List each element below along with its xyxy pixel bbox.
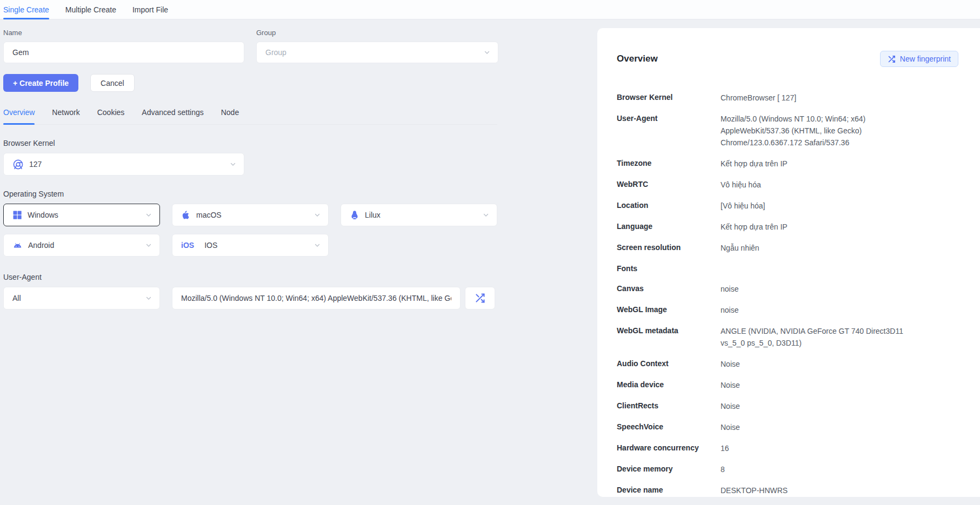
row-label: Language [617, 221, 721, 233]
os-select-windows[interactable]: Windows [3, 204, 160, 226]
shuffle-icon [888, 55, 896, 63]
row-label: Device memory [617, 463, 721, 475]
name-input[interactable] [3, 42, 244, 63]
os-select-lilux[interactable]: Lilux [341, 204, 497, 226]
group-placeholder: Group [265, 48, 286, 57]
os-option-label: Lilux [365, 211, 381, 219]
row-value: ChromeBrowser [ 127] [721, 92, 958, 104]
ua-filter-select[interactable]: All [3, 287, 160, 309]
row-value: noise [721, 283, 958, 295]
group-label: Group [256, 29, 498, 37]
browser-kernel-select[interactable]: 127 [3, 153, 244, 176]
overview-row: Device name DESKTOP-HNWRS [617, 484, 958, 496]
chevron-down-icon [314, 242, 321, 248]
os-options: Windows macOS Lilux [3, 204, 497, 257]
row-label: Canvas [617, 283, 721, 295]
group-field-group: Group Group [256, 19, 498, 63]
row-label: Screen resolution [617, 242, 721, 254]
overview-row: Fonts [617, 263, 958, 274]
os-option-label: Android [28, 241, 54, 250]
overview-panel-title: Overview [617, 53, 658, 64]
row-label: Timezone [617, 158, 721, 170]
overview-row: Hardware concurrency 16 [617, 442, 958, 454]
cancel-button[interactable]: Cancel [90, 74, 135, 92]
row-value: 8 [721, 463, 958, 475]
row-value: Kết hợp dựa trên IP [721, 158, 958, 170]
regenerate-user-agent-button[interactable] [465, 287, 495, 309]
os-select-ios[interactable]: iOS IOS [172, 234, 329, 257]
chevron-down-icon [314, 212, 321, 218]
tab-network[interactable]: Network [52, 108, 79, 124]
row-label: Audio Context [617, 358, 721, 370]
operating-system-label: Operating System [3, 190, 497, 198]
overview-row: Language Kết hợp dựa trên IP [617, 221, 958, 233]
overview-row: Screen resolution Ngẫu nhiên [617, 242, 958, 254]
tab-advanced-settings[interactable]: Advanced settings [142, 108, 203, 124]
row-value: [Vô hiệu hóa] [721, 200, 958, 212]
row-value [721, 263, 958, 274]
linux-penguin-icon [350, 210, 359, 220]
overview-row: SpeechVoice Noise [617, 421, 958, 433]
ua-filter-value: All [12, 294, 21, 302]
row-value: DESKTOP-HNWRS [721, 484, 958, 496]
chevron-down-icon [145, 242, 152, 248]
overview-row: Browser Kernel ChromeBrowser [ 127] [617, 92, 958, 104]
settings-tabbar: Overview Network Cookies Advanced settin… [3, 108, 497, 125]
row-label: WebGL metadata [617, 325, 721, 349]
overview-row: WebGL metadata ANGLE (NVIDIA, NVIDIA GeF… [617, 325, 958, 349]
os-select-macos[interactable]: macOS [172, 204, 329, 226]
chevron-down-icon [230, 161, 236, 167]
create-profile-button[interactable]: + Create Profile [3, 74, 78, 92]
os-option-label: macOS [196, 211, 222, 219]
row-label: WebRTC [617, 179, 721, 191]
chrome-icon [12, 159, 24, 170]
row-label: WebGL Image [617, 304, 721, 316]
browser-kernel-value: 127 [29, 160, 42, 169]
row-value: Noise [721, 421, 958, 433]
ios-text-icon: iOS [181, 241, 194, 250]
windows-icon [12, 210, 22, 220]
row-label: Media device [617, 379, 721, 391]
tab-node[interactable]: Node [221, 108, 239, 124]
fingerprint-overview-panel: Overview New fingerprint Browser Kernel … [597, 28, 980, 497]
overview-row: Media device Noise [617, 379, 958, 391]
shuffle-icon [475, 293, 485, 304]
group-select[interactable]: Group [256, 42, 498, 63]
overview-rows: Browser Kernel ChromeBrowser [ 127] User… [617, 92, 958, 496]
tab-import-file[interactable]: Import File [132, 0, 168, 19]
overview-row: WebGL Image noise [617, 304, 958, 316]
row-value: Ngẫu nhiên [721, 242, 958, 254]
new-fingerprint-label: New fingerprint [900, 55, 951, 63]
row-label: Device name [617, 484, 721, 496]
overview-row: Location [Vô hiệu hóa] [617, 200, 958, 212]
tab-multiple-create[interactable]: Multiple Create [65, 0, 116, 19]
overview-row: Timezone Kết hợp dựa trên IP [617, 158, 958, 170]
profile-form: Name Group Group + Create Profile Cancel… [3, 19, 497, 309]
row-value: noise [721, 304, 958, 316]
overview-row: ClientRects Noise [617, 400, 958, 412]
overview-row: Canvas noise [617, 283, 958, 295]
row-label: SpeechVoice [617, 421, 721, 433]
chevron-down-icon [483, 212, 489, 218]
user-agent-input[interactable] [172, 287, 461, 309]
row-value: Kết hợp dựa trên IP [721, 221, 958, 233]
tab-single-create[interactable]: Single Create [3, 0, 49, 19]
row-value: Vô hiệu hóa [721, 179, 958, 191]
android-icon [12, 240, 23, 251]
row-value: Noise [721, 379, 958, 391]
tab-cookies[interactable]: Cookies [97, 108, 125, 124]
tab-overview[interactable]: Overview [3, 108, 35, 124]
browser-kernel-label: Browser Kernel [3, 139, 497, 147]
overview-row: Audio Context Noise [617, 358, 958, 370]
name-label: Name [3, 29, 244, 37]
row-label: ClientRects [617, 400, 721, 412]
new-fingerprint-button[interactable]: New fingerprint [880, 51, 958, 67]
row-label: User-Agent [617, 113, 721, 149]
overview-row: User-Agent Mozilla/5.0 (Windows NT 10.0;… [617, 113, 958, 149]
row-label: Location [617, 200, 721, 212]
name-field-group: Name [3, 19, 244, 63]
create-mode-tabbar: Single Create Multiple Create Import Fil… [0, 0, 980, 19]
row-value: Noise [721, 358, 958, 370]
row-value: Mozilla/5.0 (Windows NT 10.0; Win64; x64… [721, 113, 958, 149]
os-select-android[interactable]: Android [3, 234, 160, 257]
